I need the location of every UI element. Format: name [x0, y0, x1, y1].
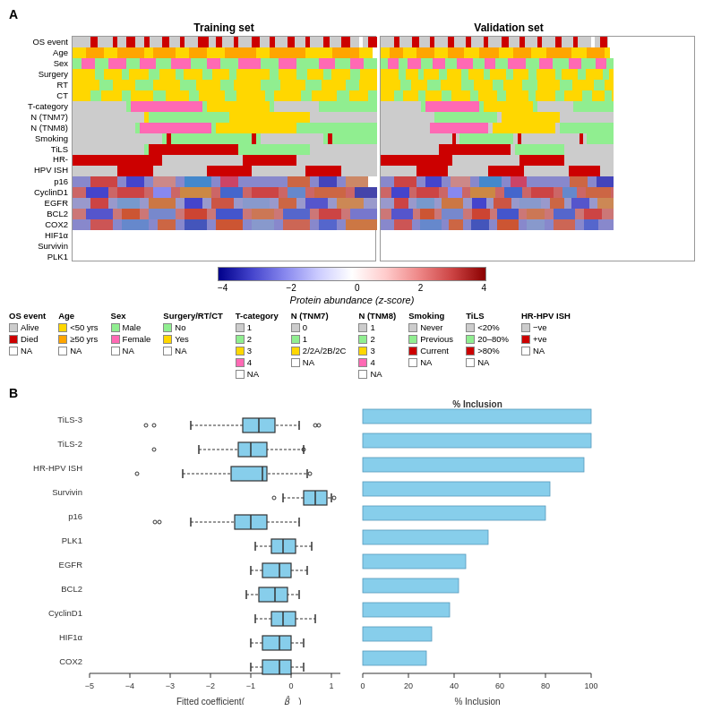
svg-text:40: 40 — [450, 681, 459, 690]
svg-rect-349 — [231, 467, 267, 481]
svg-rect-413 — [363, 433, 591, 448]
svg-rect-90 — [261, 133, 323, 144]
svg-rect-178 — [513, 47, 531, 58]
svg-rect-87 — [167, 133, 171, 144]
swatch-hpv-na — [521, 347, 530, 355]
validation-heatmap — [380, 36, 695, 261]
label-t-na: NA — [247, 369, 259, 379]
svg-rect-153 — [216, 219, 243, 230]
svg-rect-40 — [122, 69, 129, 80]
svg-rect-70 — [73, 101, 126, 112]
label-n7-1: 1 — [303, 334, 307, 344]
swatch-sex-na — [111, 347, 120, 355]
svg-rect-168 — [555, 37, 562, 47]
svg-rect-267 — [448, 187, 462, 198]
svg-rect-52 — [135, 80, 153, 90]
svg-rect-48 — [323, 69, 331, 80]
svg-text:20: 20 — [404, 681, 413, 690]
row-label-plk1: PLK1 — [9, 251, 72, 261]
svg-rect-119 — [86, 187, 108, 198]
row-labels: OS event Age Sex Surgery RT CT T-categor… — [9, 36, 72, 261]
svg-rect-213 — [418, 90, 425, 101]
svg-rect-32 — [207, 58, 220, 69]
svg-rect-202 — [603, 69, 609, 80]
svg-rect-245 — [569, 144, 614, 155]
svg-rect-281 — [571, 198, 589, 209]
svg-rect-106 — [305, 166, 341, 176]
svg-rect-25 — [332, 47, 359, 58]
svg-rect-134 — [243, 198, 270, 209]
svg-rect-147 — [350, 209, 377, 219]
svg-rect-64 — [225, 90, 236, 101]
svg-rect-298 — [527, 219, 545, 230]
legend-item-t1: 1 — [236, 322, 279, 332]
label-t4: 4 — [247, 357, 252, 367]
label-current: Current — [420, 346, 449, 355]
svg-rect-121 — [153, 187, 171, 198]
legend-smoking-title: Smoking — [408, 311, 453, 321]
label-alive: Alive — [21, 322, 39, 332]
legend-ntnm8-title: N (TNM8) — [358, 311, 396, 321]
legend-item-surg-na: NA — [163, 346, 223, 355]
svg-rect-55 — [261, 80, 280, 90]
legend-item-n7-na: NA — [291, 357, 347, 367]
validation-heatmap-svg — [381, 37, 614, 241]
svg-rect-282 — [597, 198, 614, 209]
svg-rect-91 — [328, 133, 332, 144]
svg-rect-215 — [470, 90, 478, 101]
svg-rect-104 — [117, 166, 153, 176]
legend-ntnm7: N (TNM7) 0 1 2/2A/2B/2C NA — [291, 311, 347, 379]
svg-rect-268 — [470, 187, 495, 198]
svg-rect-44 — [229, 69, 236, 80]
svg-rect-9 — [234, 37, 238, 47]
svg-rect-214 — [442, 90, 451, 101]
svg-rect-33 — [238, 58, 261, 69]
svg-rect-279 — [519, 198, 541, 209]
svg-rect-102 — [301, 155, 377, 166]
svg-rect-414 — [363, 458, 584, 472]
svg-text:TiLS-2: TiLS-2 — [57, 439, 82, 449]
svg-rect-36 — [350, 58, 364, 69]
label-surg-na: NA — [175, 346, 186, 355]
svg-rect-223 — [425, 101, 479, 112]
legend-age: Age <50 yrs ≥50 yrs NA — [58, 311, 98, 379]
svg-rect-172 — [608, 37, 614, 47]
svg-rect-276 — [442, 198, 463, 209]
svg-rect-190 — [569, 58, 581, 69]
svg-rect-136 — [305, 198, 328, 209]
label-died: Died — [21, 334, 39, 344]
svg-rect-11 — [270, 37, 275, 47]
svg-rect-216 — [497, 90, 506, 101]
svg-rect-13 — [305, 37, 310, 47]
label-n8-4: 4 — [370, 357, 374, 367]
svg-rect-5 — [162, 37, 169, 47]
svg-rect-62 — [153, 90, 166, 101]
heatmap-section: Training set Validation set OS event Age… — [9, 21, 695, 261]
svg-rect-249 — [519, 155, 564, 166]
svg-rect-179 — [546, 47, 571, 58]
svg-rect-20 — [117, 47, 144, 58]
svg-rect-286 — [442, 209, 463, 219]
label-t1: 1 — [247, 322, 252, 332]
legend-os-event-title: OS event — [9, 311, 46, 321]
svg-rect-47 — [296, 69, 307, 80]
svg-text:0: 0 — [288, 681, 293, 690]
scale-label-neg2: −2 — [287, 283, 296, 293]
legend-tcategory-title: T-category — [236, 311, 279, 321]
boxplot-section: −5 −4 −3 −2 −1 0 1 Fitted coefficient( β… — [9, 400, 349, 707]
svg-rect-164 — [484, 37, 488, 47]
svg-rect-162 — [448, 37, 454, 47]
panel-a: A Training set Validation set OS event A… — [9, 7, 695, 379]
legend-item-t3: 3 — [236, 346, 279, 355]
svg-rect-197 — [484, 69, 490, 80]
svg-rect-53 — [180, 80, 196, 90]
inclusion-svg: 0 20 40 60 80 100 % Inclusion % Inclusio… — [349, 400, 600, 705]
svg-rect-131 — [149, 198, 176, 209]
swatch-n7-2 — [291, 347, 300, 355]
legend-item-t2: 2 — [236, 334, 279, 344]
svg-rect-169 — [573, 37, 578, 47]
legend-item-never: Never — [408, 322, 453, 332]
row-label-p16: p16 — [9, 176, 72, 186]
svg-rect-280 — [550, 198, 564, 209]
svg-rect-149 — [90, 219, 113, 230]
